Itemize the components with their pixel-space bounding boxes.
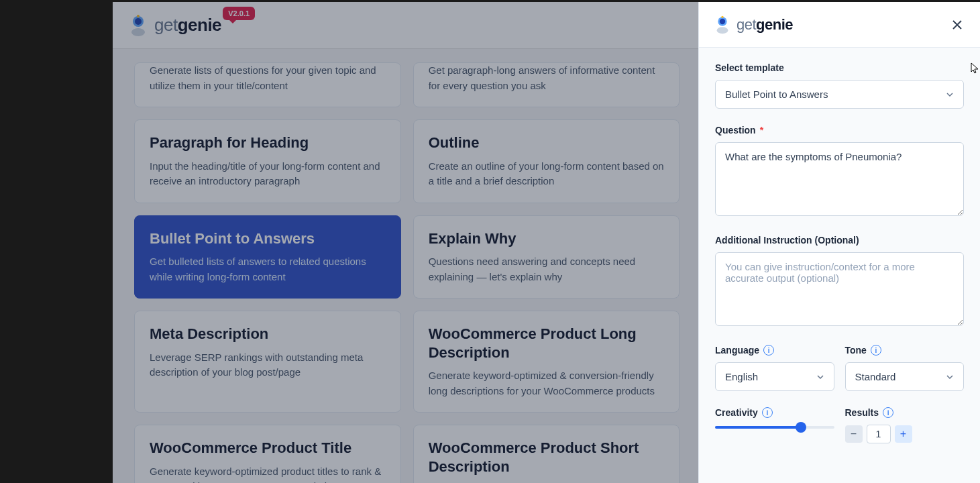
slider-thumb[interactable] [796, 422, 806, 433]
creativity-slider[interactable] [715, 426, 834, 429]
panel-header: getgenie [699, 2, 980, 48]
close-button[interactable] [948, 15, 967, 34]
info-icon[interactable]: i [871, 345, 881, 356]
creativity-label: Creativity i [715, 407, 834, 418]
template-card-woo-long-desc[interactable]: WooCommerce Product Long Description Gen… [413, 311, 680, 413]
svg-point-2 [131, 28, 145, 36]
tone-selected-value: Standard [855, 371, 896, 382]
info-icon[interactable]: i [762, 407, 773, 418]
template-card[interactable]: Get paragraph-long answers of informativ… [413, 62, 680, 107]
brand-name: getgenie [154, 15, 221, 36]
question-label: Question* [715, 125, 964, 136]
template-select[interactable]: Bullet Point to Answers [715, 80, 964, 109]
template-card-explain-why[interactable]: Explain Why Questions need answering and… [413, 215, 680, 299]
results-input[interactable] [867, 425, 891, 443]
template-label: Select template [715, 62, 964, 73]
language-label: Language i [715, 345, 834, 356]
template-card-outline[interactable]: Outline Create an outline of your long-f… [413, 119, 680, 203]
chevron-down-icon [816, 373, 824, 381]
template-card[interactable]: Generate lists of questions for your giv… [134, 62, 401, 107]
panel-body: Select template Bullet Point to Answers … [699, 48, 980, 483]
question-input[interactable] [715, 142, 964, 216]
template-card-woo-title[interactable]: WooCommerce Product Title Generate keywo… [134, 425, 401, 483]
slider-fill [715, 426, 801, 429]
additional-input[interactable] [715, 252, 964, 326]
panel-brand-logo: getgenie [712, 15, 793, 35]
template-card-meta-description[interactable]: Meta Description Leverage SERP rankings … [134, 311, 401, 413]
genie-icon [126, 13, 150, 38]
svg-point-1 [135, 18, 142, 25]
close-icon [952, 19, 963, 30]
language-selected-value: English [725, 371, 758, 382]
chevron-down-icon [946, 373, 954, 381]
additional-label: Additional Instruction (Optional) [715, 235, 964, 246]
template-card-bullet-point[interactable]: Bullet Point to Answers Get bulleted lis… [134, 215, 401, 299]
info-icon[interactable]: i [883, 407, 893, 418]
svg-point-3 [137, 15, 140, 17]
decrement-button[interactable]: − [845, 425, 863, 443]
results-stepper: − + [845, 425, 965, 443]
chevron-down-icon [946, 91, 954, 99]
template-card-woo-short-desc[interactable]: WooCommerce Product Short Description Ge… [413, 425, 680, 483]
language-select[interactable]: English [715, 362, 834, 391]
template-card-paragraph-heading[interactable]: Paragraph for Heading Input the heading/… [134, 119, 401, 203]
version-badge: V2.0.1 [223, 7, 255, 20]
genie-icon [712, 15, 732, 35]
settings-panel: getgenie Select template Bullet Point to… [698, 2, 980, 483]
svg-point-7 [721, 15, 723, 17]
cursor-icon [971, 62, 979, 74]
info-icon[interactable]: i [763, 345, 774, 356]
brand-logo: getgenie V2.0.1 [126, 13, 221, 38]
results-label: Results i [845, 407, 965, 418]
panel-brand-name: getgenie [737, 16, 793, 34]
svg-point-5 [720, 18, 725, 23]
tone-label: Tone i [845, 345, 965, 356]
tone-select[interactable]: Standard [845, 362, 965, 391]
svg-point-6 [717, 27, 728, 34]
template-selected-value: Bullet Point to Answers [725, 89, 828, 100]
increment-button[interactable]: + [895, 425, 912, 443]
